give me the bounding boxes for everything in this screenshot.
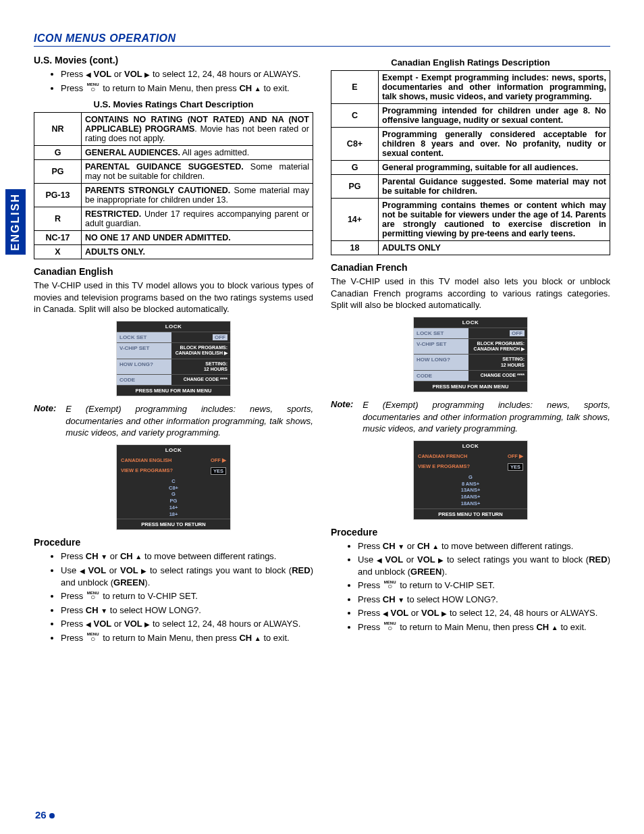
triangle-up-icon: ▲ [254, 84, 261, 94]
osd-row: LOCK SETOFF [414, 328, 527, 338]
rating-code: R [34, 207, 82, 231]
note-row: Note: E (Exempt) programming includes: n… [331, 399, 610, 435]
list-item: Press MENU○ to return to V-CHIP SET. [61, 590, 313, 602]
triangle-down-icon: ▼ [398, 596, 404, 605]
list-item: Press CH ▼ to select HOW LONG?. [358, 594, 610, 606]
osd-row-label: HOW LONG? [414, 355, 468, 370]
list-item: Press ◀ VOL or VOL ▶ to select 12, 24, 4… [61, 68, 313, 80]
rating-description: Programming contains themes or content w… [379, 199, 610, 241]
osd-title: LOCK [117, 445, 230, 455]
rating-description: PARENTS STRONGLY CAUTIONED. Some materia… [82, 184, 313, 207]
rating-code: G [34, 146, 82, 160]
table-row: EExempt - Exempt programming includes: n… [331, 71, 610, 104]
note-label: Note: [331, 399, 353, 435]
osd-row: V-CHIP SETBLOCK PROGRAMS:CANADIAN FRENCH… [414, 338, 527, 355]
canadian-english-table-title: Canadian English Ratings Description [331, 57, 610, 68]
rating-code: C8+ [331, 128, 379, 161]
osd-row-label: CODE [414, 371, 468, 381]
rating-description: Parental Guidance suggested. Some materi… [379, 175, 610, 199]
procedure-bullets-left: Press CH ▼ or CH ▲ to move between diffe… [61, 550, 313, 644]
canadian-english-body: The V-CHIP used in this TV model allows … [34, 280, 313, 315]
canadian-english-heading: Canadian English [34, 266, 313, 277]
right-column: Canadian English Ratings Description EEx… [331, 52, 610, 648]
note-text: E (Exempt) programming includes: news, s… [363, 399, 610, 435]
list-item: Press CH ▼ or CH ▲ to move between diffe… [61, 550, 313, 563]
triangle-down-icon: ▼ [101, 552, 107, 562]
osd-row-value: CHANGE CODE **** [468, 371, 527, 381]
rating-code: C [331, 104, 379, 128]
rating-code: 14+ [331, 199, 379, 241]
table-row: 18ADULTS ONLY [331, 241, 610, 255]
language-tab: ENGLISH [5, 189, 26, 255]
rating-description: General programming, suitable for all au… [379, 161, 610, 175]
osd-row-value: SETTING:12 HOURS [468, 355, 527, 370]
us-ratings-table: NRCONTAINS NO RATING (NOT RATED) AND NA … [34, 112, 313, 259]
osd-title: LOCK [117, 321, 230, 332]
list-item: Press ◀ VOL or VOL ▶ to select 12, 24, 4… [358, 607, 610, 619]
triangle-left-icon: ◀ [86, 70, 91, 80]
osd-ratings-list: CC8+GPG14+18+ [117, 477, 230, 519]
osd-canadian-french-ratings: LOCKCANADIAN FRENCHOFF ▶VIEW E PROGRAMS?… [413, 440, 528, 520]
menu-button-icon: MENU○ [87, 633, 99, 642]
rating-description: Exempt - Exempt programming includes: ne… [379, 71, 610, 104]
osd-question-row: VIEW E PROGRAMS?YES [117, 465, 230, 477]
table-row: PG-13PARENTS STRONGLY CAUTIONED. Some ma… [34, 184, 313, 207]
table-row: C8+Programming generally considered acce… [331, 128, 610, 161]
rating-code: NR [34, 113, 82, 146]
osd-footer: PRESS MENU FOR MAIN MENU [414, 381, 527, 392]
osd-row-label: HOW LONG? [117, 359, 171, 375]
triangle-down-icon: ▼ [101, 606, 107, 616]
list-item: Use ◀ VOL or VOL ▶ to select ratings you… [358, 554, 610, 577]
osd-row-label: LOCK SET [414, 328, 468, 338]
triangle-left-icon: ◀ [86, 620, 91, 629]
osd-ratings-list: G8 ANS+13ANS+16ANS+18ANS+ [414, 473, 527, 509]
rating-description: ADULTS ONLY. [82, 245, 313, 259]
menu-button-icon: MENU○ [384, 581, 396, 590]
rating-description: Programming generally considered accepta… [379, 128, 610, 161]
triangle-right-icon: ▶ [144, 70, 150, 80]
triangle-down-icon: ▼ [398, 542, 404, 552]
list-item: Press ◀ VOL or VOL ▶ to select 12, 24, 4… [61, 618, 313, 630]
note-label: Note: [34, 403, 56, 439]
us-movies-top-bullets: Press ◀ VOL or VOL ▶ to select 12, 24, 4… [61, 68, 313, 94]
triangle-left-icon: ◀ [80, 567, 85, 576]
procedure-heading-left: Procedure [34, 537, 313, 548]
list-item: Press MENU○ to return to V-CHIP SET. [358, 579, 610, 592]
triangle-up-icon: ▲ [135, 552, 142, 562]
osd-row-label: V-CHIP SET [117, 343, 171, 359]
osd-head-row: CANADIAN ENGLISHOFF ▶ [117, 455, 230, 465]
triangle-right-icon: ▶ [438, 556, 444, 565]
triangle-up-icon: ▲ [552, 623, 558, 633]
section-header: ICON MENUS OPERATION [34, 32, 610, 47]
rating-description: GENERAL AUDIENCES. All ages admitted. [82, 146, 313, 160]
triangle-right-icon: ▶ [441, 609, 447, 619]
procedure-bullets-right: Press CH ▼ or CH ▲ to move between diffe… [358, 540, 610, 633]
note-row: Note: E (Exempt) programming includes: n… [34, 403, 313, 439]
osd-row-label: CODE [117, 375, 171, 385]
osd-row-value: BLOCK PROGRAMS:CANADIAN ENGLISH ▶ [171, 343, 230, 359]
rating-code: PG-13 [34, 184, 82, 207]
triangle-up-icon: ▲ [254, 634, 261, 644]
osd-title: LOCK [414, 317, 527, 328]
osd-lock-canadian-french: LOCKLOCK SETOFFV-CHIP SETBLOCK PROGRAMS:… [413, 317, 528, 393]
list-item: Press MENU○ to return to Main Menu, then… [358, 621, 610, 633]
table-row: NC-17NO ONE 17 AND UNDER ADMITTED. [34, 231, 313, 245]
table-row: 14+Programming contains themes or conten… [331, 199, 610, 241]
table-row: NRCONTAINS NO RATING (NOT RATED) AND NA … [34, 113, 313, 146]
osd-lock-canadian-english: LOCKLOCK SETOFFV-CHIP SETBLOCK PROGRAMS:… [116, 321, 231, 397]
triangle-right-icon: ▶ [144, 620, 150, 629]
osd-row: HOW LONG?SETTING:12 HOURS [117, 359, 230, 375]
triangle-right-icon: ▶ [141, 567, 146, 576]
table-row: GGENERAL AUDIENCES. All ages admitted. [34, 146, 313, 160]
menu-button-icon: MENU○ [384, 623, 396, 631]
list-item: Press CH ▼ or CH ▲ to move between diffe… [358, 540, 610, 552]
table-row: XADULTS ONLY. [34, 245, 313, 259]
rating-description: PARENTAL GUIDANCE SUGGESTED. Some materi… [82, 160, 313, 184]
triangle-left-icon: ◀ [377, 556, 382, 565]
list-item: Press CH ▼ to select HOW LONG?. [61, 604, 313, 617]
osd-canadian-english-ratings: LOCKCANADIAN ENGLISHOFF ▶VIEW E PROGRAMS… [116, 444, 231, 531]
osd-question-row: VIEW E PROGRAMS?YES [414, 461, 527, 473]
table-row: PGParental Guidance suggested. Some mate… [331, 175, 610, 199]
list-item: Use ◀ VOL or VOL ▶ to select ratings you… [61, 565, 313, 588]
osd-row-label: LOCK SET [117, 332, 171, 342]
